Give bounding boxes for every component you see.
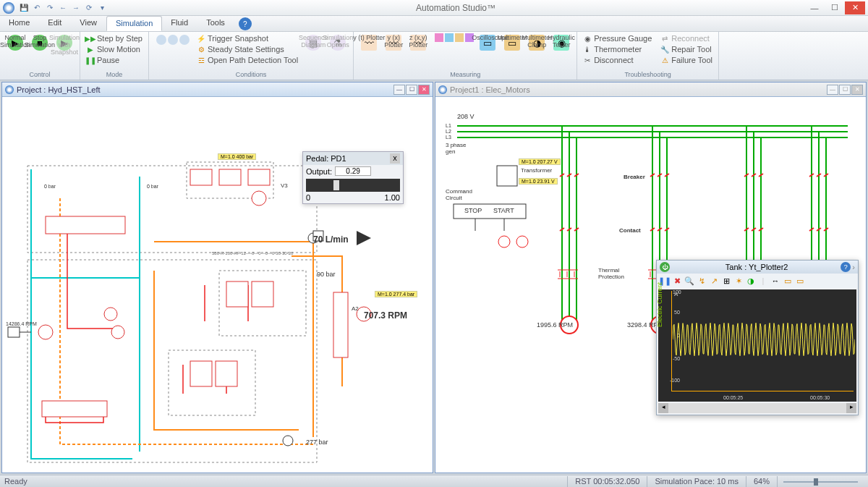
stop-simulation-button[interactable]: ■ Stop Simulation [29,33,51,52]
electrical-canvas[interactable]: 208 V L1 L2 L3 3 phase gen Transformer B… [435,97,866,473]
plotter-tool-1-icon[interactable]: ↯ [697,276,707,286]
doc-logo-icon-2 [438,85,447,94]
doc-close-2[interactable]: ✕ [851,85,863,95]
failure-tool-button[interactable]: ⚠Failure Tool [659,55,714,65]
plotter-titlebar[interactable]: ⏻ Tank : Yt_Plotter2 ? › [657,261,858,274]
tab-simulation[interactable]: Simulation [106,16,162,31]
tab-view[interactable]: View [71,16,106,31]
yt-plotter-button[interactable]: 〰y (t) Plotter [358,33,380,52]
pedal-output-input[interactable] [335,166,371,176]
plotter-tool-7-icon[interactable]: ▭ [783,276,793,286]
oscilloscope-button[interactable]: ▭Oscilloscope [477,33,498,52]
tag-volt-2: M=1.0 23.91 V [519,178,558,185]
simulation-snapshot-button[interactable]: ▶ Simulation with Snapshot [54,33,75,52]
sequence-diagram-button[interactable]: ▤Sequence Diagram [302,33,324,52]
doc-min-2[interactable]: — [827,85,838,95]
plotter-expand-icon[interactable]: › [852,263,855,271]
meas-mini-2-icon[interactable] [445,33,454,42]
stop-label: STOP [464,207,482,214]
multimeter-clamp-button[interactable]: ◑Multimeter Clamp [526,33,548,52]
doc-window-hydraulic: Project : Hyd_HST_Left — ☐ ✕ [1,82,433,473]
plotter-tool-4-icon[interactable]: ✶ [733,276,744,286]
yx-plotter-button[interactable]: 〰y (x) Plotter [383,33,404,52]
pedal-panel[interactable]: Pedal: PD1x Output: 01.00 [302,151,404,204]
qat-fwd-icon[interactable]: → [71,3,81,13]
voltage-label: 208 V [457,113,475,120]
svg-rect-26 [497,166,517,186]
path-icon: ☲ [197,56,205,64]
thermometer-button[interactable]: 🌡Thermometer [582,44,653,54]
plotter-help-icon[interactable]: ? [841,262,851,272]
phase-label: 3 phase gen [446,142,466,155]
plotter-tool-6-icon[interactable]: ↔ [770,276,780,286]
doc-titlebar-1[interactable]: Project : Hyd_HST_Left — ☐ ✕ [2,82,433,97]
l1-label: L1 [446,123,451,128]
plotter-tool-8-icon[interactable]: ▭ [795,276,805,286]
svg-point-13 [111,326,124,339]
qat-save-icon[interactable]: 💾 [19,3,29,13]
close-button[interactable]: ✕ [845,1,865,14]
reconnect-button[interactable]: ⇄Reconnect [659,33,714,43]
minimize-button[interactable]: — [804,1,825,14]
contact-label: Contact [619,227,641,234]
status-zoom[interactable]: 64% [746,476,777,487]
tab-tools[interactable]: Tools [197,16,234,31]
doc-max-1[interactable]: ☐ [406,85,417,95]
qat-undo-icon[interactable]: ↶ [32,3,42,13]
doc-close-1[interactable]: ✕ [418,85,430,95]
step-by-step-button[interactable]: ▶▶Step by Step [85,33,144,43]
qat-dropdown-icon[interactable]: ▾ [97,3,107,13]
plotter-tool-2-icon[interactable]: ↗ [709,276,719,286]
cmd-label: Command Circuit [446,188,472,201]
slow-motion-button[interactable]: ▶Slow Motion [85,44,144,54]
steady-state-button[interactable]: ⚙Steady State Settings [195,44,299,54]
plotter-tool-5-icon[interactable]: ◑ [746,276,756,286]
help-icon[interactable]: ? [239,17,252,30]
zxy-plotter-button[interactable]: 〰z (x,y) Plotter [407,33,429,52]
doc-titlebar-2[interactable]: Project1 : Elec_Motors — ☐ ✕ [435,82,866,97]
hydraulic-canvas[interactable]: M=1.0 400 bar M=1.0 277.4 bar 0 bar 0 ba… [2,97,433,473]
hydraulic-tester-button[interactable]: ◉Hydraulic Tester [550,33,572,52]
tab-fluid[interactable]: Fluid [162,16,197,31]
transformer-label: Transformer [521,167,552,174]
svg-rect-0 [27,166,317,253]
l2-label: L2 [446,129,451,134]
qat-back-icon[interactable]: ← [58,3,68,13]
plotter-tool-3-icon[interactable]: ⊞ [721,276,731,286]
open-path-button[interactable]: ☲Open Path Detection Tool [195,55,299,65]
plotter-scrollbar[interactable]: ◂ ▸ [658,403,856,413]
svg-rect-15 [42,401,107,417]
tab-home[interactable]: Home [0,16,39,31]
pedal-close-button[interactable]: x [390,153,400,164]
pressure-277-label: 277 bar [306,439,328,446]
plotter-zoom-icon[interactable]: 🔍 [684,276,694,286]
multimeter-button[interactable]: ▭Multimeter [501,33,523,52]
plotter-scroll-left[interactable]: ◂ [658,403,668,413]
maximize-button[interactable]: ☐ [825,1,845,14]
tab-edit[interactable]: Edit [39,16,71,31]
plotter-scroll-right[interactable]: ▸ [846,403,856,413]
pause-button[interactable]: ❚❚Pause [85,55,144,65]
repair-tool-button[interactable]: 🔧Repair Tool [659,44,714,54]
doc-max-2[interactable]: ☐ [839,85,851,95]
gauge-2-label: 0 bar [147,184,158,189]
rpm-label: 707.3 RPM [364,310,407,321]
plotter-power-icon[interactable]: ⏻ [660,262,670,272]
normal-simulation-button[interactable]: ▶ Normal Simulation [4,33,26,52]
pressure-gauge-button[interactable]: ◉Pressure Gauge [582,33,653,43]
simulation-options-button[interactable]: ⚗Simulation Options [327,33,349,52]
meas-mini-3-icon[interactable] [455,33,464,42]
pedal-slider[interactable] [306,179,400,192]
ribbon-group-conditions: ⚡Trigger Snapshot ⚙Steady State Settings… [149,32,354,80]
zoom-slider[interactable] [777,476,864,487]
qat-refresh-icon[interactable]: ⟳ [84,3,94,13]
svg-rect-7 [219,169,241,185]
plotter-window[interactable]: ⏻ Tank : Yt_Plotter2 ? › ❚❚ ✖ 🔍 ↯ ↗ ⊞ ✶ … [656,260,859,415]
doc-min-1[interactable]: — [393,85,405,95]
disconnect-button[interactable]: ✂Disconnect [582,55,653,65]
plotter-stop-icon[interactable]: ✖ [672,276,682,286]
trigger-snapshot-button[interactable]: ⚡Trigger Snapshot [195,33,299,43]
conditions-icons[interactable] [153,33,192,46]
qat-redo-icon[interactable]: ↷ [45,3,55,13]
meas-mini-1-icon[interactable] [435,33,443,42]
